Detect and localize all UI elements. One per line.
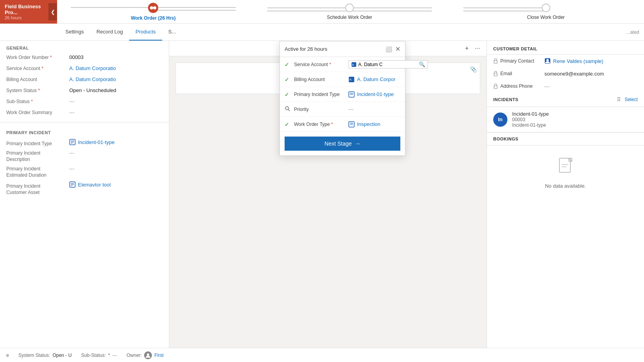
flyout-service-account-input-wrap[interactable]: A 🔍 bbox=[348, 60, 428, 68]
incidents-select-link[interactable]: Select bbox=[625, 97, 638, 102]
flyout-label-work-order-type: Work Order Type * bbox=[294, 122, 345, 127]
flyout-row-billing-account: ✓ Billing Account A A. Datum Corpor bbox=[280, 72, 405, 87]
customer-field-row-address-phone: Address Phone --- bbox=[487, 80, 644, 92]
field-value-service-account[interactable]: A. Datum Corporatio bbox=[69, 65, 163, 71]
incidents-title: INCIDENTS bbox=[493, 97, 518, 102]
status-item-page: e bbox=[6, 353, 9, 358]
tab-settings[interactable]: Settings bbox=[59, 24, 90, 41]
svg-text:A: A bbox=[352, 63, 354, 66]
lock-icon-primary-contact bbox=[493, 58, 498, 64]
customer-detail-header: CUSTOMER DETAIL bbox=[487, 41, 644, 55]
owner-avatar-icon bbox=[145, 353, 151, 358]
field-value-primary-incident-type[interactable]: Incident-01-type bbox=[78, 139, 115, 145]
flyout-value-billing-account[interactable]: A. Datum Corpor bbox=[357, 76, 400, 82]
field-row-work-order-number: Work Order Number 00003 bbox=[0, 53, 169, 64]
lock-icon-address-phone bbox=[493, 83, 498, 89]
field-value-billing-account[interactable]: A. Datum Corporatio bbox=[69, 76, 163, 82]
customer-field-label-email: Email bbox=[493, 71, 544, 76]
field-row-system-status: System Status Open - Unscheduled bbox=[0, 86, 169, 97]
field-row-billing-account: Billing Account A. Datum Corporatio bbox=[0, 75, 169, 86]
app-title: Field Business Pro... bbox=[5, 4, 52, 15]
step-label-work-order: Work Order (26 Hrs) bbox=[131, 15, 176, 21]
flyout-search-icon[interactable]: 🔍 bbox=[419, 61, 425, 67]
flyout-work-order-type-icon bbox=[348, 121, 355, 127]
general-section-header: GENERAL bbox=[0, 41, 169, 53]
flyout-check-primary-incident-type: ✓ bbox=[285, 91, 291, 98]
flyout-billing-icon: A bbox=[348, 76, 355, 83]
tab-summary[interactable]: S... bbox=[162, 24, 183, 41]
field-label-primary-incident-description: Primary IncidentDescription bbox=[6, 150, 69, 163]
left-panel: GENERAL Work Order Number 00003 Service … bbox=[0, 41, 169, 362]
no-data-bookings: No data available. bbox=[487, 146, 644, 201]
field-row-work-order-summary: Work Order Summary --- bbox=[0, 108, 169, 119]
progress-bar: Field Business Pro... 26 hours ❮ Work Or… bbox=[0, 0, 644, 24]
incident-subtype: Incident-01-type bbox=[512, 122, 638, 128]
svg-rect-23 bbox=[494, 73, 497, 76]
field-value-primary-incident-customer-asset[interactable]: Elemavtor tool bbox=[78, 182, 111, 188]
flyout-close-button[interactable]: ✕ bbox=[395, 45, 400, 53]
flyout-search-priority-icon bbox=[285, 106, 291, 113]
tab-products[interactable]: Products bbox=[129, 24, 162, 41]
field-row-primary-incident-customer-asset: Primary IncidentCustomer Asset Elemavtor… bbox=[0, 180, 169, 197]
step-work-order[interactable]: Work Order (26 Hrs) bbox=[71, 3, 236, 21]
primary-incident-section-header: PRIMARY INCIDENT bbox=[0, 126, 169, 137]
status-item-system-status: System Status: Open - U bbox=[19, 353, 72, 358]
nav-tabs: Settings Record Log Products S... ...ate… bbox=[0, 24, 644, 41]
flyout-value-work-order-type[interactable]: Inspection bbox=[357, 121, 400, 127]
field-label-work-order-number: Work Order Number bbox=[6, 55, 69, 60]
sub-status-bar-value: --- bbox=[112, 353, 117, 358]
flyout-title: Active for 26 hours bbox=[285, 46, 327, 52]
system-status-bar-value: Open - U bbox=[52, 353, 72, 358]
flyout-row-work-order-type: ✓ Work Order Type * Inspection bbox=[280, 117, 405, 132]
field-label-service-account: Service Account bbox=[6, 66, 69, 71]
tab-record-log[interactable]: Record Log bbox=[90, 24, 129, 41]
red-header: Field Business Pro... 26 hours ❮ bbox=[0, 0, 57, 24]
page-label: e bbox=[6, 353, 9, 358]
customer-field-row-email: Email someone9@example.com bbox=[487, 67, 644, 80]
flyout-expand-icon[interactable]: ⬜ bbox=[385, 46, 392, 52]
svg-rect-24 bbox=[494, 86, 497, 89]
svg-line-16 bbox=[288, 109, 290, 111]
customer-field-value-primary-contact[interactable]: Rene Valdes (sample) bbox=[553, 58, 603, 64]
field-label-work-order-summary: Work Order Summary bbox=[6, 110, 69, 115]
owner-bar-label: Owner: bbox=[126, 353, 142, 358]
step-close[interactable]: Close Work Order bbox=[463, 4, 628, 20]
field-row-primary-incident-description: Primary IncidentDescription --- bbox=[0, 148, 169, 164]
field-value-primary-incident-description: --- bbox=[69, 150, 163, 156]
svg-point-22 bbox=[546, 59, 549, 61]
main-content: GENERAL Work Order Number 00003 Service … bbox=[0, 41, 644, 362]
flyout-service-account-input[interactable] bbox=[358, 62, 417, 67]
incidents-header: INCIDENTS ⠿ Select bbox=[487, 92, 644, 107]
field-label-system-status: System Status bbox=[6, 88, 69, 93]
step-circle-schedule bbox=[345, 4, 354, 12]
step-schedule[interactable]: Schedule Work Order bbox=[267, 4, 432, 20]
flyout-value-primary-incident-type[interactable]: Incident-01-type bbox=[357, 91, 400, 97]
no-data-text: No data available. bbox=[545, 183, 586, 189]
flyout-overlay: Active for 26 hours ⬜ ✕ ✓ Service Accoun… bbox=[169, 41, 487, 362]
incident-item: In Incident-01-type 00003 Incident-01-ty… bbox=[487, 107, 644, 132]
field-label-primary-incident-type: Primary Incident Type bbox=[6, 141, 69, 146]
incident-avatar: In bbox=[493, 113, 507, 127]
flyout-label-primary-incident-type: Primary Incident Type bbox=[294, 92, 345, 97]
flyout-row-primary-incident-type: ✓ Primary Incident Type Incident-01-type bbox=[280, 87, 405, 102]
step-label-close: Close Work Order bbox=[527, 15, 565, 20]
flyout-row-service-account: ✓ Service Account * A 🔍 bbox=[280, 57, 405, 72]
flyout-input-logo-icon: A bbox=[351, 62, 357, 67]
incident-number: 00003 bbox=[512, 117, 638, 122]
status-item-sub-status: Sub-Status: * --- bbox=[81, 353, 117, 358]
customer-field-value-address-phone: --- bbox=[544, 83, 550, 89]
flyout-header-actions: ⬜ ✕ bbox=[385, 45, 400, 53]
svg-rect-20 bbox=[494, 61, 497, 63]
step-label-schedule: Schedule Work Order bbox=[327, 15, 372, 20]
field-label-sub-status: Sub-Status bbox=[6, 99, 69, 104]
collapse-button[interactable]: ❮ bbox=[48, 3, 57, 20]
flyout-label-service-account: Service Account * bbox=[294, 62, 345, 67]
customer-field-value-email: someone9@example.com bbox=[544, 71, 604, 77]
flyout-popup: Active for 26 hours ⬜ ✕ ✓ Service Accoun… bbox=[279, 41, 405, 156]
flyout-header: Active for 26 hours ⬜ ✕ bbox=[280, 41, 405, 57]
app-subtitle: 26 hours bbox=[5, 15, 52, 20]
owner-bar-value[interactable]: First bbox=[154, 353, 163, 358]
next-stage-label: Next Stage bbox=[324, 140, 352, 147]
empty-document-icon bbox=[558, 157, 574, 176]
next-stage-button[interactable]: Next Stage → bbox=[285, 137, 400, 151]
